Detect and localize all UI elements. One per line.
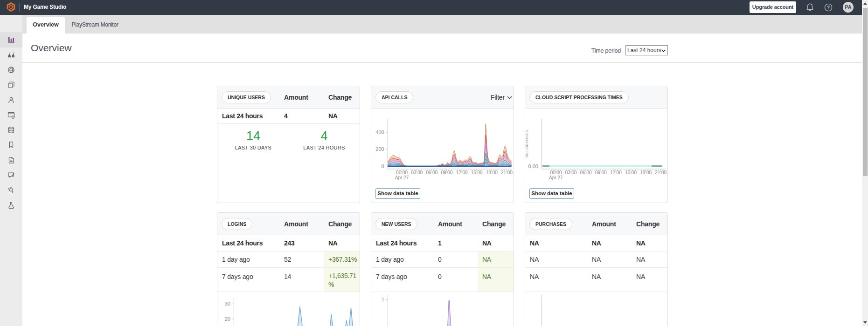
svg-text:30: 30 xyxy=(225,301,230,306)
svg-text:21:00: 21:00 xyxy=(501,170,513,175)
svg-text:15:00: 15:00 xyxy=(471,170,483,175)
svg-text:03:00: 03:00 xyxy=(565,170,577,175)
svg-text:Apr 27: Apr 27 xyxy=(549,175,563,180)
svg-text:06:00: 06:00 xyxy=(426,170,437,175)
svg-text:15:00: 15:00 xyxy=(625,170,637,175)
svg-text:0: 0 xyxy=(382,163,384,169)
svg-text:00:00: 00:00 xyxy=(396,170,408,175)
svg-text:20: 20 xyxy=(225,316,230,322)
svg-text:0.00: 0.00 xyxy=(528,163,538,169)
svg-text:MILLISECONDS: MILLISECONDS xyxy=(525,130,529,158)
svg-text:Apr 27: Apr 27 xyxy=(395,175,409,180)
svg-text:200: 200 xyxy=(375,146,384,152)
svg-text:09:00: 09:00 xyxy=(595,170,607,175)
svg-text:18:00: 18:00 xyxy=(640,170,652,175)
svg-text:03:00: 03:00 xyxy=(411,170,423,175)
svg-text:06:00: 06:00 xyxy=(580,170,592,175)
svg-text:18:00: 18:00 xyxy=(486,170,498,175)
svg-text:00:00: 00:00 xyxy=(550,170,562,175)
svg-text:12:00: 12:00 xyxy=(456,170,468,175)
svg-text:400: 400 xyxy=(375,129,384,135)
svg-text:21:00: 21:00 xyxy=(655,170,667,175)
svg-text:12:00: 12:00 xyxy=(610,170,622,175)
svg-text:09:00: 09:00 xyxy=(441,170,452,175)
svg-text:1: 1 xyxy=(382,297,384,302)
